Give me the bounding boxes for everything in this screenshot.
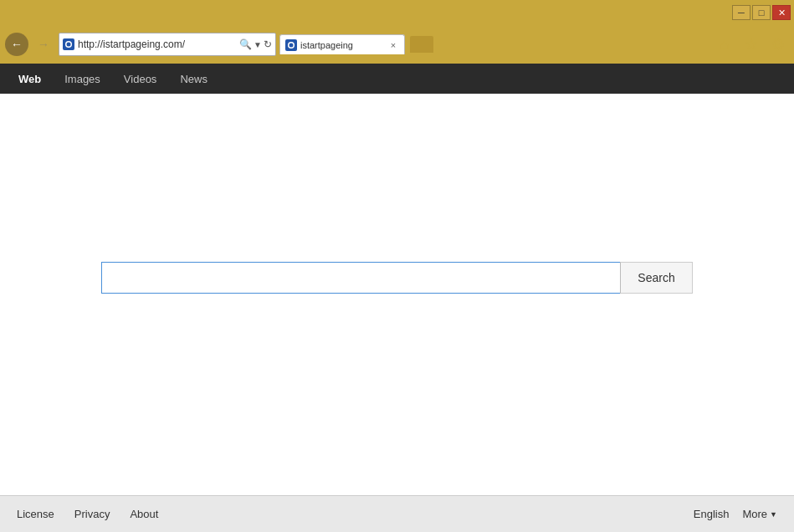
home-icon: ⌂ — [720, 36, 730, 54]
minimize-button[interactable]: ─ — [732, 5, 750, 20]
search-input[interactable] — [101, 262, 620, 294]
nav-tab-web[interactable]: Web — [8, 69, 51, 89]
more-arrow-icon: ▼ — [770, 510, 777, 519]
nav-tab-images[interactable]: Images — [54, 69, 110, 89]
more-button[interactable]: More ▼ — [742, 508, 777, 520]
nav-tabs-bar: Web Images Videos News — [0, 64, 794, 94]
new-tab-button[interactable] — [410, 36, 433, 53]
toolbar-right: ⌂ ☆ ⚙ — [714, 33, 789, 55]
back-button[interactable]: ← — [5, 33, 28, 56]
forward-button[interactable]: → — [32, 33, 55, 56]
nav-tab-news[interactable]: News — [170, 69, 218, 89]
address-input[interactable] — [78, 38, 239, 50]
tab-title: istartpageing — [300, 40, 384, 50]
address-search-icon[interactable]: 🔍 — [239, 38, 252, 50]
svg-point-1 — [67, 43, 71, 47]
footer-right: English More ▼ — [694, 508, 777, 520]
gear-icon: ⚙ — [771, 35, 785, 54]
nav-tab-videos[interactable]: Videos — [114, 69, 167, 89]
footer: License Privacy About English More ▼ — [0, 495, 794, 532]
main-content: Search — [0, 94, 794, 495]
browser-tab[interactable]: istartpageing × — [279, 34, 405, 54]
settings-button[interactable]: ⚙ — [767, 33, 789, 55]
footer-links: License Privacy About — [17, 508, 158, 520]
home-button[interactable]: ⌂ — [714, 33, 735, 55]
more-label: More — [742, 508, 767, 520]
tab-favicon — [285, 39, 297, 51]
refresh-icon[interactable]: ↻ — [264, 38, 272, 50]
title-bar: ─ □ ✕ — [0, 0, 794, 25]
site-favicon — [63, 38, 74, 50]
license-link[interactable]: License — [17, 508, 54, 520]
address-bar-area: ← → 🔍 ▼ ↻ istartpageing — [0, 25, 794, 64]
address-bar-container: 🔍 ▼ ↻ — [59, 33, 276, 56]
maximize-button[interactable]: □ — [752, 5, 771, 20]
chrome-area: ← → 🔍 ▼ ↻ istartpageing — [0, 25, 794, 64]
forward-arrow-icon: → — [38, 38, 49, 51]
favorites-button[interactable]: ☆ — [740, 33, 762, 55]
tab-close-button[interactable]: × — [387, 39, 399, 51]
about-link[interactable]: About — [130, 508, 158, 520]
browser-window: ─ □ ✕ ← → 🔍 ▼ ↻ — [0, 0, 794, 532]
close-button[interactable]: ✕ — [772, 5, 791, 20]
privacy-link[interactable]: Privacy — [74, 508, 110, 520]
svg-point-3 — [289, 43, 294, 47]
search-container: Search — [101, 262, 692, 294]
address-dropdown-icon[interactable]: ▼ — [254, 40, 262, 49]
language-selector[interactable]: English — [694, 508, 730, 520]
back-arrow-icon: ← — [11, 38, 23, 51]
search-button[interactable]: Search — [620, 262, 692, 294]
star-icon: ☆ — [745, 35, 758, 54]
